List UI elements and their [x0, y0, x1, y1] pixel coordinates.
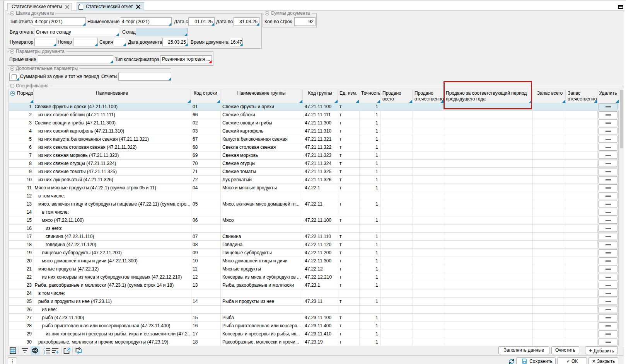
svg-text:3: 3	[44, 352, 45, 354]
